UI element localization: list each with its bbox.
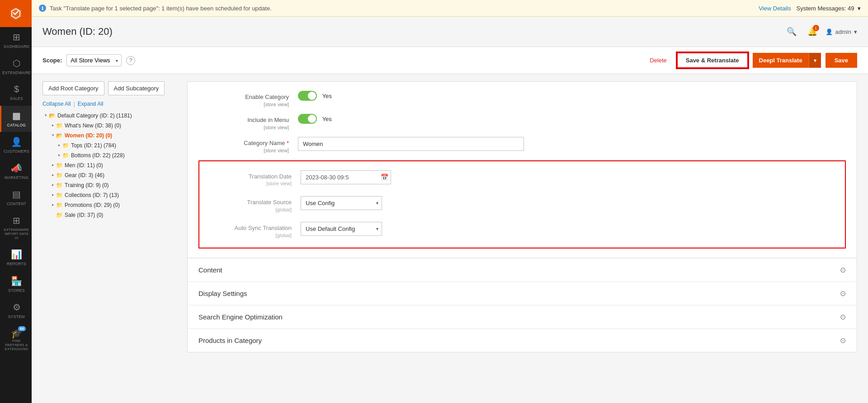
info-icon: ℹ	[39, 5, 46, 12]
main-content: ℹ Task "Translate page for 1 selected pa…	[32, 0, 868, 403]
tree-item[interactable]: ▸ 📁 What's New (ID: 38) (0)	[42, 121, 178, 131]
expand-all-link[interactable]: Expand All	[78, 101, 104, 107]
sidebar-item-label: EXTENDWARE	[2, 70, 31, 75]
sidebar-item-label: CUSTOMERS	[4, 149, 29, 154]
collapse-all-link[interactable]: Collapse All	[42, 101, 71, 107]
tree-item[interactable]: ▸ 📁 Collections (ID: 7) (13)	[42, 190, 178, 200]
tree-toggle-icon: ▸	[50, 202, 56, 208]
category-name-input[interactable]	[298, 137, 524, 151]
folder-icon: 📁	[62, 142, 70, 149]
tree-item-label: Women (ID: 20) (0)	[65, 131, 112, 140]
sidebar-item-label: STORES	[8, 288, 25, 293]
search-button[interactable]: 🔍	[784, 24, 799, 39]
sidebar-item-label: FIND PARTNERS & EXTENSIONS	[4, 339, 29, 351]
tree-item[interactable]: ▸ 📁 Men (ID: 11) (0)	[42, 160, 178, 170]
tree-toggle-icon: ▸	[50, 122, 56, 129]
tree-item[interactable]: ▾ 📂 Default Category (ID: 2) (1181)	[42, 111, 178, 121]
category-tree-buttons: Add Root Category Add Subcategory	[42, 81, 178, 95]
deepl-translate-button[interactable]: Deepl Translate	[753, 53, 809, 68]
display-settings-accordion-header[interactable]: Display Settings ⊙	[188, 282, 857, 305]
sidebar-item-label: CATALOG	[7, 123, 26, 127]
save-retranslate-button[interactable]: Save & Retranslate	[677, 52, 748, 68]
sidebar-item-label: REPORTS	[7, 262, 26, 266]
translate-source-label: Translate Source [global]	[210, 196, 301, 213]
category-name-row: Category Name * [store view]	[198, 137, 846, 154]
enable-category-row: Enable Category [store view] Yes	[198, 91, 846, 108]
save-button[interactable]: Save	[826, 53, 857, 68]
enable-category-control: Yes	[298, 91, 846, 101]
tree-toggle-icon: ▸	[50, 182, 56, 188]
products-accordion: Products in Category ⊙	[188, 328, 857, 352]
translate-source-select[interactable]: Use Config English German French	[301, 196, 382, 210]
admin-user-menu[interactable]: 👤 admin ▾	[826, 28, 857, 35]
folder-icon: 📁	[56, 192, 63, 198]
sidebar-item-extendware-import[interactable]: ⊞ EXTENDWARE IMPORT DATA UI	[0, 211, 32, 244]
enable-category-value: Yes	[322, 93, 332, 99]
sidebar-logo[interactable]	[0, 0, 32, 27]
scope-select[interactable]: All Store Views	[66, 54, 122, 66]
tree-toggle-icon: ▾	[50, 132, 56, 139]
seo-accordion-header[interactable]: Search Engine Optimization ⊙	[188, 305, 857, 328]
tree-item[interactable]: ▸ 📁 Promotions (ID: 29) (0)	[42, 200, 178, 210]
category-name-label: Category Name * [store view]	[198, 137, 298, 154]
display-settings-accordion: Display Settings ⊙	[188, 281, 857, 305]
extendware-icon: ⬡	[13, 58, 20, 69]
translation-date-input[interactable]	[301, 170, 391, 184]
translation-box: Translation Date [store view] 📅	[198, 160, 846, 249]
sidebar-item-extendware[interactable]: ⬡ EXTENDWARE	[0, 53, 32, 80]
tree-item-label: Gear (ID: 3) (46)	[65, 171, 104, 179]
seo-accordion: Search Engine Optimization ⊙	[188, 305, 857, 328]
auto-sync-select[interactable]: Use Default Config Yes No	[301, 222, 382, 236]
tree-item[interactable]: ▸ 📁 Training (ID: 9) (0)	[42, 180, 178, 190]
marketing-icon: 📣	[11, 163, 22, 173]
tree-item-label: Training (ID: 9) (0)	[65, 181, 109, 189]
display-settings-accordion-title: Display Settings	[198, 290, 247, 297]
tree-item[interactable]: ▸ 📁 Tops (ID: 21) (784)	[42, 141, 178, 150]
add-subcategory-button[interactable]: Add Subcategory	[108, 81, 165, 95]
header-actions: 🔍 🔔 1 👤 admin ▾	[784, 24, 857, 39]
sidebar-item-system[interactable]: ⚙ SYSTEM	[0, 297, 32, 323]
folder-icon: 📁	[62, 152, 70, 159]
notification-bell[interactable]: 🔔 1	[805, 24, 820, 39]
catalog-icon: ▦	[12, 110, 21, 121]
sidebar-item-reports[interactable]: 📊 REPORTS	[0, 244, 32, 271]
products-accordion-header[interactable]: Products in Category ⊙	[188, 329, 857, 352]
sidebar-item-catalog[interactable]: ▦ CATALOG	[0, 106, 32, 132]
translation-date-control: 📅	[301, 170, 834, 184]
view-details-link[interactable]: View Details	[759, 5, 791, 12]
sidebar-item-customers[interactable]: 👤 CUSTOMERS	[0, 132, 32, 158]
reports-icon: 📊	[11, 249, 22, 260]
sidebar-item-find-partners[interactable]: 🎓 66 FIND PARTNERS & EXTENSIONS	[0, 323, 32, 356]
add-root-category-button[interactable]: Add Root Category	[42, 81, 104, 95]
deepl-translate-dropdown[interactable]: ▾	[809, 53, 821, 68]
toolbar-row: Scope: All Store Views ? Delete Save & R…	[32, 47, 868, 74]
help-icon[interactable]: ?	[126, 56, 135, 65]
scope-select-wrapper: All Store Views	[66, 54, 122, 66]
sidebar-item-content[interactable]: ▤ CONTENT	[0, 184, 32, 211]
sidebar-item-label: DASHBOARD	[4, 44, 29, 49]
include-menu-value: Yes	[322, 116, 332, 122]
delete-button[interactable]: Delete	[644, 54, 672, 66]
tree-item[interactable]: 📁 Sale (ID: 37) (0)	[42, 210, 178, 220]
sidebar-item-dashboard[interactable]: ⊞ DASHBOARD	[0, 27, 32, 53]
enable-category-toggle[interactable]	[298, 91, 317, 101]
stores-icon: 🏪	[11, 276, 22, 286]
sys-messages[interactable]: System Messages: 49 ▾	[796, 5, 861, 12]
content-accordion-chevron: ⊙	[840, 266, 846, 274]
include-menu-toggle[interactable]	[298, 114, 317, 124]
tree-toggle-icon: ▸	[56, 142, 62, 149]
user-icon: 👤	[826, 28, 833, 35]
sidebar-item-marketing[interactable]: 📣 MARKETING	[0, 158, 32, 184]
category-name-control	[298, 137, 846, 151]
content-accordion-header[interactable]: Content ⊙	[188, 258, 857, 281]
tree-toggle-icon: ▸	[50, 162, 56, 169]
enable-category-label: Enable Category [store view]	[198, 91, 298, 108]
tree-item[interactable]: ▸ 📁 Bottoms (ID: 22) (228)	[42, 150, 178, 160]
sales-icon: $	[14, 84, 19, 94]
sidebar-item-sales[interactable]: $ SALES	[0, 80, 32, 105]
tree-item[interactable]: ▸ 📁 Gear (ID: 3) (46)	[42, 170, 178, 180]
tree-item-selected[interactable]: ▾ 📂 Women (ID: 20) (0)	[42, 131, 178, 141]
calendar-icon-button[interactable]: 📅	[381, 173, 388, 181]
sidebar-item-stores[interactable]: 🏪 STORES	[0, 271, 32, 297]
content-accordion: Content ⊙	[188, 258, 857, 281]
